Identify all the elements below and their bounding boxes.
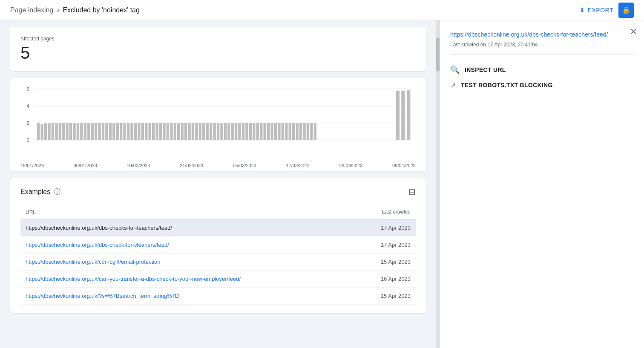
svg-rect-16 (66, 123, 69, 140)
main-container: Affected pages 5 6 4 2 0 (0, 20, 644, 348)
panel-url[interactable]: https://dbscheckonline.org.uk/dbs-checks… (450, 31, 620, 39)
page-header: Page indexing › Excluded by 'noindex' ta… (0, 0, 644, 20)
table-row[interactable]: https://dbscheckonline.org.uk/dbs-checks… (20, 220, 416, 237)
svg-rect-38 (145, 123, 147, 140)
filter-icon[interactable]: ⊟ (408, 187, 416, 197)
svg-rect-22 (87, 123, 90, 140)
svg-rect-11 (48, 123, 50, 140)
svg-rect-70 (260, 123, 262, 140)
svg-rect-14 (59, 123, 61, 140)
scrollbar[interactable] (436, 20, 440, 348)
svg-rect-49 (184, 123, 187, 140)
svg-rect-88 (407, 90, 410, 140)
svg-rect-81 (299, 123, 302, 140)
examples-header: Examples ⓘ ⊟ (20, 187, 416, 197)
row-date-0: 17 Apr 2023 (381, 225, 411, 231)
svg-rect-62 (231, 123, 234, 140)
svg-rect-68 (253, 123, 255, 140)
sort-icon[interactable]: ↓ (37, 209, 40, 216)
breadcrumb-chevron: › (57, 6, 59, 14)
row-url-2: https://dbscheckonline.org.uk/cdn-cgi/l/… (26, 259, 161, 265)
svg-rect-29 (112, 123, 115, 140)
svg-rect-64 (238, 123, 241, 140)
svg-rect-67 (249, 123, 252, 140)
chart-label-1: 30/01/2023 (74, 163, 97, 168)
table-row[interactable]: https://dbscheckonline.org.uk/?s=%7Bsear… (20, 288, 416, 305)
row-url-3: https://dbscheckonline.org.uk/can-you-tr… (26, 276, 241, 282)
svg-rect-13 (55, 123, 58, 140)
svg-rect-25 (98, 123, 101, 140)
svg-rect-18 (73, 123, 75, 140)
chart-label-4: 05/03/2023 (233, 163, 256, 168)
svg-rect-53 (199, 123, 201, 140)
close-button[interactable]: ✕ (630, 27, 637, 36)
chart-label-5: 17/03/2023 (286, 163, 310, 168)
svg-rect-59 (220, 123, 223, 140)
url-col-header: URL ↓ (26, 209, 40, 216)
svg-rect-42 (159, 123, 162, 140)
test-robots-label: TEST ROBOTS.TXT BLOCKING (461, 82, 553, 88)
svg-rect-17 (69, 123, 72, 140)
inspect-url-action[interactable]: 🔍 INSPECT URL (450, 62, 634, 78)
svg-rect-51 (192, 123, 194, 140)
table-row[interactable]: https://dbscheckonline.org.uk/dbs-check-… (20, 237, 416, 254)
svg-rect-79 (292, 123, 295, 140)
test-robots-action[interactable]: ↗ TEST ROBOTS.TXT BLOCKING (450, 78, 634, 93)
row-url-4: https://dbscheckonline.org.uk/?s=%7Bsear… (26, 293, 179, 299)
table-row[interactable]: https://dbscheckonline.org.uk/cdn-cgi/l/… (20, 254, 416, 271)
svg-rect-45 (170, 123, 172, 140)
svg-rect-9 (40, 124, 43, 140)
svg-rect-74 (274, 123, 277, 140)
svg-rect-83 (307, 123, 309, 140)
scrollbar-thumb[interactable] (436, 37, 440, 71)
svg-rect-48 (181, 123, 183, 140)
svg-rect-44 (167, 123, 169, 140)
svg-rect-80 (296, 123, 298, 140)
svg-rect-85 (314, 123, 316, 140)
svg-rect-23 (91, 123, 94, 140)
export-button[interactable]: ⬇ EXPORT (580, 7, 613, 14)
svg-rect-86 (396, 91, 400, 140)
svg-rect-26 (102, 123, 104, 140)
left-panel: Affected pages 5 6 4 2 0 (0, 20, 436, 348)
lock-icon: 🔒 (622, 6, 630, 14)
row-date-3: 16 Apr 2023 (381, 276, 411, 282)
svg-rect-31 (120, 123, 122, 140)
svg-rect-34 (130, 123, 133, 140)
svg-rect-46 (174, 123, 176, 140)
svg-rect-33 (127, 123, 129, 140)
chart-label-7: 08/04/2023 (392, 163, 416, 168)
svg-rect-76 (282, 123, 284, 140)
svg-rect-57 (213, 123, 216, 140)
help-icon[interactable]: ⓘ (54, 188, 60, 197)
svg-rect-55 (206, 123, 209, 140)
examples-title-row: Examples ⓘ (20, 188, 60, 197)
inspect-url-label: INSPECT URL (465, 66, 506, 73)
svg-rect-15 (62, 123, 65, 140)
lock-button[interactable]: 🔒 (618, 3, 634, 18)
row-date-1: 17 Apr 2023 (381, 242, 411, 248)
examples-card: Examples ⓘ ⊟ URL ↓ Last crawled https://… (10, 178, 426, 313)
svg-text:6: 6 (27, 86, 29, 91)
svg-rect-72 (267, 123, 270, 140)
table-header: URL ↓ Last crawled (20, 205, 416, 220)
chart-svg: 6 4 2 0 (20, 85, 416, 161)
svg-rect-10 (44, 123, 47, 140)
row-url-0: https://dbscheckonline.org.uk/dbs-checks… (26, 225, 172, 231)
svg-rect-39 (149, 123, 151, 140)
svg-rect-43 (163, 123, 165, 140)
svg-rect-58 (217, 123, 219, 140)
chart-card: 6 4 2 0 (10, 78, 426, 171)
chart-label-0: 19/01/2023 (20, 163, 44, 168)
svg-rect-75 (278, 123, 280, 140)
svg-rect-65 (242, 123, 244, 140)
svg-rect-66 (245, 123, 248, 140)
svg-rect-54 (202, 123, 205, 140)
row-date-4: 15 Apr 2023 (381, 293, 411, 299)
svg-rect-87 (401, 91, 405, 140)
chart-label-3: 21/02/2023 (180, 163, 203, 168)
panel-last-crawled: Last crawled on 17 Apr 2023, 20:41:04 (450, 42, 634, 48)
svg-rect-36 (138, 123, 140, 140)
svg-rect-27 (105, 123, 108, 140)
table-row[interactable]: https://dbscheckonline.org.uk/can-you-tr… (20, 271, 416, 288)
